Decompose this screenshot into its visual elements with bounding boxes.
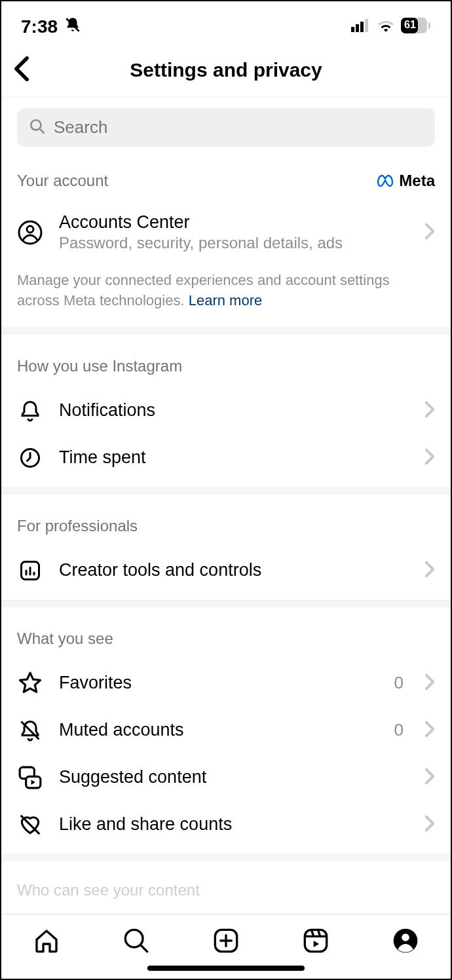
chevron-right-icon: [424, 561, 435, 580]
home-indicator: [147, 966, 305, 971]
status-bar: 7:38 61: [1, 1, 451, 47]
accounts-center-sub: Password, security, personal details, ad…: [59, 234, 409, 252]
search-icon: [29, 118, 46, 138]
like-share-counts-row[interactable]: Like and share counts: [1, 801, 451, 848]
wifi-icon: [377, 19, 394, 35]
section-your-account: Your account: [17, 172, 108, 190]
cellular-icon: [351, 19, 371, 35]
nav-search[interactable]: [121, 925, 152, 956]
back-button[interactable]: [13, 56, 30, 84]
notifications-row[interactable]: Notifications: [1, 387, 451, 434]
svg-point-11: [27, 226, 33, 233]
svg-point-31: [402, 933, 410, 941]
accounts-center-row[interactable]: Accounts Center Password, security, pers…: [1, 202, 451, 263]
chevron-right-icon: [424, 768, 435, 787]
search-input[interactable]: [54, 117, 423, 138]
chevron-right-icon: [424, 223, 435, 242]
suggested-content-row[interactable]: Suggested content: [1, 754, 451, 801]
star-icon: [17, 670, 43, 696]
battery-icon: 61: [401, 18, 431, 36]
creator-tools-row[interactable]: Creator tools and controls: [1, 547, 451, 594]
chevron-right-icon: [424, 721, 435, 740]
svg-point-8: [31, 120, 41, 130]
bell-icon: [17, 398, 43, 424]
muted-count: 0: [394, 720, 404, 740]
chevron-right-icon: [424, 815, 435, 835]
section-professionals: For professionals: [17, 517, 138, 535]
search-field[interactable]: [17, 108, 435, 147]
favorites-count: 0: [394, 673, 404, 693]
section-usage: How you use Instagram: [17, 357, 182, 375]
chevron-right-icon: [424, 673, 435, 693]
svg-rect-7: [428, 22, 430, 29]
nav-profile[interactable]: [390, 925, 421, 956]
svg-rect-2: [356, 24, 359, 32]
time-spent-row[interactable]: Time spent: [1, 434, 451, 481]
muted-accounts-row[interactable]: Muted accounts 0: [1, 707, 451, 754]
bell-off-icon: [17, 717, 43, 744]
meta-logo: Meta: [377, 172, 435, 190]
learn-more-link[interactable]: Learn more: [189, 292, 263, 309]
media-icon: [17, 764, 43, 791]
section-who-can-see: Who can see your content: [1, 861, 451, 899]
bar-chart-icon: [17, 557, 43, 584]
nav-home[interactable]: [31, 925, 62, 956]
account-note: Manage your connected experiences and ac…: [1, 263, 451, 327]
header: Settings and privacy: [1, 47, 451, 98]
chevron-right-icon: [424, 448, 435, 468]
svg-line-22: [140, 945, 147, 952]
svg-rect-1: [351, 27, 354, 32]
svg-line-9: [40, 129, 43, 132]
heart-off-icon: [17, 812, 43, 838]
favorites-row[interactable]: Favorites 0: [1, 660, 451, 707]
page-title: Settings and privacy: [130, 59, 322, 81]
accounts-center-title: Accounts Center: [59, 212, 409, 233]
clock-icon: [17, 445, 43, 471]
nav-create[interactable]: [210, 925, 242, 956]
svg-rect-3: [360, 22, 364, 32]
chevron-right-icon: [424, 401, 435, 421]
nav-reels[interactable]: [300, 925, 331, 956]
person-circle-icon: [17, 219, 43, 246]
svg-rect-26: [305, 930, 326, 951]
status-time: 7:38: [21, 16, 58, 37]
dnd-icon: [64, 16, 81, 38]
section-what-you-see: What you see: [17, 630, 113, 648]
svg-rect-4: [365, 19, 368, 32]
